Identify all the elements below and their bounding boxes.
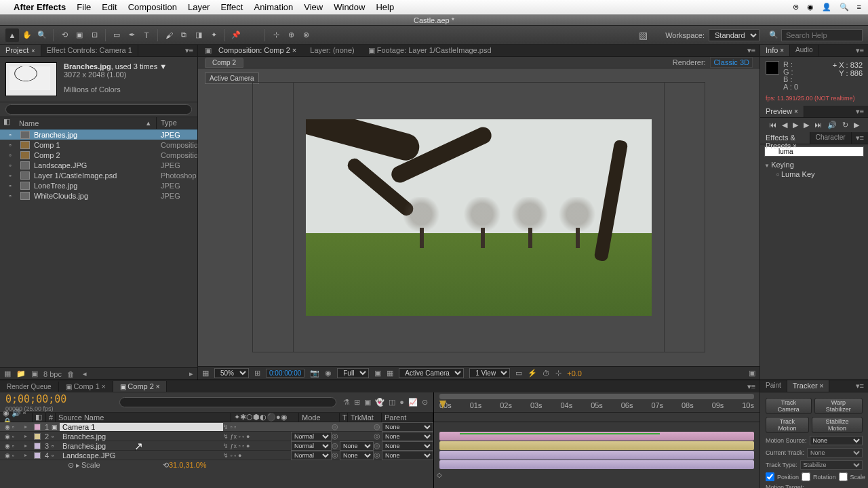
tab-project[interactable]: Project× <box>0 45 41 56</box>
tab-info[interactable]: Info × <box>760 45 790 56</box>
preview-first-icon[interactable]: ⏮ <box>769 121 776 129</box>
timeline-ruler[interactable]: 00s01s02s03s04s05s06s07s08s09s10s <box>434 392 760 413</box>
tab-composition[interactable]: Composition: Comp 2 × <box>212 45 303 56</box>
effects-menu-icon[interactable]: ▾≡ <box>852 132 868 144</box>
col-source-name[interactable]: Source Name <box>56 413 231 422</box>
tab-footage[interactable]: ▣ Footage: Layer 1/CastleImage.psd <box>361 45 498 56</box>
timeline-icon[interactable]: ⏱ <box>542 369 550 378</box>
menu-layer[interactable]: Layer <box>188 2 210 12</box>
timeline-timecode[interactable]: 0;00;00;00 <box>5 393 66 405</box>
col-type-header[interactable]: Type <box>157 117 197 129</box>
spotlight-icon[interactable]: 🔍 <box>840 3 849 12</box>
menu-animation[interactable]: Animation <box>254 2 293 12</box>
tab-tracker[interactable]: Tracker × <box>787 380 830 392</box>
project-item[interactable]: ▫WhiteClouds.jpgJPEG <box>0 190 197 201</box>
col-name-header[interactable]: Name▴ <box>14 117 157 129</box>
tab-layer[interactable]: Layer: (none) <box>303 45 361 56</box>
tab-audio[interactable]: Audio <box>790 45 819 56</box>
preview-play-icon[interactable]: ▶ <box>793 121 798 129</box>
preview-loop-icon[interactable]: ↻ <box>842 121 848 129</box>
roi-icon[interactable]: ▣ <box>374 369 381 378</box>
track-motion-button[interactable]: Track Motion <box>766 417 809 433</box>
interpret-icon[interactable]: ▦ <box>4 369 11 378</box>
tracker-menu-icon[interactable]: ▾≡ <box>852 380 868 392</box>
camera-tool[interactable]: ▣ <box>73 28 86 42</box>
tab-render-queue[interactable]: Render Queue <box>0 382 59 392</box>
tab-preview[interactable]: Preview × <box>760 106 804 117</box>
keyframe-icon[interactable]: ◇ <box>437 471 442 479</box>
menu-view[interactable]: View <box>304 2 323 12</box>
maximize-icon[interactable]: ▣ <box>749 369 755 378</box>
worldaxis-icon[interactable]: ⊕ <box>284 28 298 42</box>
current-track-select[interactable]: None <box>807 448 863 458</box>
exposure-value[interactable]: +0.0 <box>567 369 582 378</box>
bpc-toggle[interactable]: 8 bpc <box>43 370 62 378</box>
selection-tool[interactable]: ▲ <box>5 28 19 42</box>
viewaxis-icon[interactable]: ⊗ <box>299 28 313 42</box>
timecode-readout[interactable]: 0:00:00:00 <box>266 369 304 378</box>
timeline-menu-icon[interactable]: ▾≡ <box>743 381 760 392</box>
tab-comp2[interactable]: ▣ Comp 2 × <box>113 381 167 392</box>
snapshot-icon[interactable]: 📷 <box>310 369 319 378</box>
pixelaspect-icon[interactable]: ▭ <box>515 369 522 378</box>
menu-window[interactable]: Window <box>334 2 365 12</box>
puppet-tool[interactable]: 📌 <box>229 28 243 42</box>
project-item[interactable]: ▫Landscape.JPGJPEG <box>0 160 197 170</box>
user-icon[interactable]: 👤 <box>822 3 831 12</box>
menu-composition[interactable]: Composition <box>128 2 177 12</box>
label-col[interactable]: ◧ <box>0 117 14 129</box>
tl-shy-icon[interactable]: 👻 <box>375 398 384 407</box>
zoom-select[interactable]: 50% <box>214 368 249 378</box>
composition-viewer[interactable]: Active Camera <box>198 68 760 366</box>
warp-stabilizer-button[interactable]: Warp Stabilizer <box>814 398 863 414</box>
text-tool[interactable]: T <box>140 28 153 42</box>
track-camera1[interactable] <box>439 432 754 441</box>
pen-tool[interactable]: ✒ <box>125 28 138 42</box>
renderer-select[interactable]: Classic 3D <box>710 57 753 68</box>
tab-comp1[interactable]: ▣ Comp 1 × <box>59 381 113 392</box>
preview-ram-icon[interactable]: ▶ <box>854 121 859 129</box>
fastpreview-icon[interactable]: ⚡ <box>528 369 537 378</box>
project-item[interactable]: ▫Comp 1Composition <box>0 140 197 150</box>
layer-property-scale[interactable]: ⊙ ▸Scale⟲ 31.0,31.0% <box>0 460 433 470</box>
cb-scale[interactable] <box>839 472 848 481</box>
project-item[interactable]: ▫LoneTree.jpgJPEG <box>0 180 197 190</box>
track-camera-button[interactable]: Track Camera <box>766 398 812 414</box>
channel-icon[interactable]: ◉ <box>325 369 332 378</box>
tab-character[interactable]: Character <box>810 132 852 144</box>
trash-icon[interactable]: 🗑 <box>67 370 75 378</box>
hand-tool[interactable]: ✋ <box>20 28 34 42</box>
stabilize-motion-button[interactable]: Stabilize Motion <box>812 417 863 433</box>
eraser-tool[interactable]: ◨ <box>192 28 205 42</box>
timeline-search-input[interactable] <box>119 397 336 407</box>
track-layer2[interactable] <box>439 441 754 450</box>
tl-brainstorm-icon[interactable]: ⚗ <box>343 398 350 407</box>
brush-tool[interactable]: 🖌 <box>162 28 176 42</box>
cb-position[interactable] <box>766 472 774 481</box>
resolution-select[interactable]: Full <box>337 368 369 378</box>
localaxis-icon[interactable]: ⊹ <box>269 28 283 42</box>
preview-audio-icon[interactable]: 🔊 <box>827 121 837 129</box>
timeline-layer[interactable]: ◉ ▫▸3▫Branches.jpg↯ ƒx ▫ ▫ ●Normal◎None◎… <box>0 441 433 451</box>
tab-paint[interactable]: Paint <box>760 380 787 392</box>
transparency-icon[interactable]: ▦ <box>387 369 393 378</box>
rect-tool[interactable]: ▭ <box>110 28 123 42</box>
tab-effect-controls[interactable]: Effect Controls: Camera 1 <box>41 45 138 56</box>
snapping-icon[interactable]: ▧ <box>639 30 648 41</box>
effects-item-luma-key[interactable]: Luma Key <box>764 169 864 179</box>
rotate-tool[interactable]: ⟲ <box>58 28 71 42</box>
panbehind-tool[interactable]: ⊡ <box>87 28 101 42</box>
tl-compflowchart-icon[interactable]: ⊞ <box>354 398 360 407</box>
motion-source-select[interactable]: None <box>810 436 863 445</box>
clone-tool[interactable]: ⧉ <box>177 28 191 42</box>
views-select[interactable]: 1 View <box>469 368 510 378</box>
tl-motionblur-icon[interactable]: ● <box>399 398 404 407</box>
alpha-icon[interactable]: ▦ <box>202 369 209 378</box>
cb-rotation[interactable] <box>802 472 810 481</box>
tl-draft3d-icon[interactable]: ▣ <box>364 398 371 407</box>
menu-icon[interactable]: ≡ <box>857 3 861 12</box>
project-search-input[interactable] <box>5 104 192 115</box>
tl-adjust-icon[interactable]: ⊙ <box>422 398 428 407</box>
sync-icon[interactable]: ◉ <box>807 3 814 12</box>
tab-effects-presets[interactable]: Effects & Presets × <box>760 132 810 144</box>
